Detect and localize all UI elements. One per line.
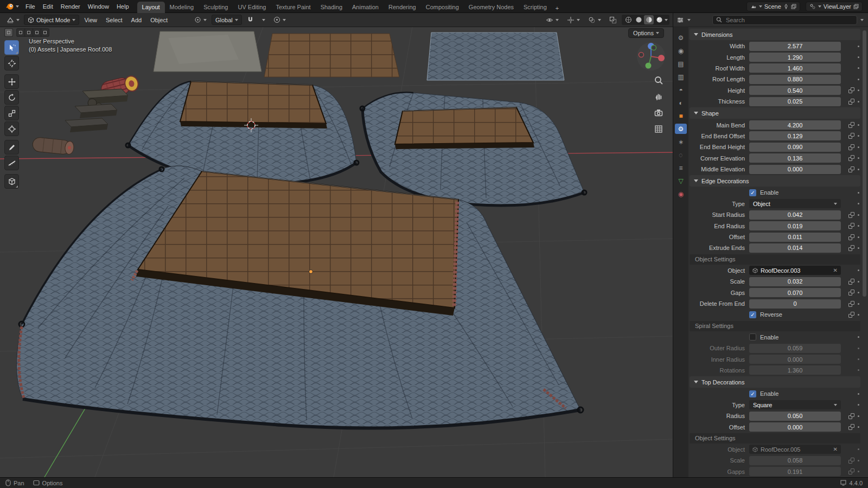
workspace-tab-uv-editing[interactable]: UV Editing <box>233 2 271 13</box>
top-type-dropdown[interactable]: Square <box>749 400 841 409</box>
zoom-button[interactable] <box>653 75 664 86</box>
extras-dot[interactable] <box>858 157 859 159</box>
animate-icon[interactable] <box>848 234 854 240</box>
pan-button[interactable] <box>653 91 664 102</box>
visibility-dropdown[interactable] <box>542 15 562 25</box>
extras-dot[interactable] <box>858 101 859 102</box>
extras-dot[interactable] <box>858 336 859 338</box>
edge-object-field[interactable]: RoofDecor.003✕ <box>749 266 841 275</box>
number-field[interactable]: 1.460 <box>749 63 841 73</box>
workspace-tab-sculpting[interactable]: Sculpting <box>199 2 233 13</box>
number-field[interactable]: 0.090 <box>749 143 841 152</box>
animate-icon[interactable] <box>848 122 854 128</box>
extras-dot[interactable] <box>858 404 859 406</box>
properties-tab-constraints[interactable]: ≡ <box>675 163 687 173</box>
number-field[interactable]: 0.011 <box>749 233 841 242</box>
extras-dot[interactable] <box>858 236 859 238</box>
number-field[interactable]: 0.025 <box>749 97 841 106</box>
add-workspace-button[interactable]: + <box>552 3 563 13</box>
workspace-tab-scripting[interactable]: Scripting <box>519 2 552 13</box>
top-enable-checkbox[interactable]: ✓ <box>749 390 756 397</box>
number-field[interactable]: 2.577 <box>749 42 841 51</box>
navigation-gizmo[interactable] <box>636 41 666 73</box>
edge-type-dropdown[interactable]: Object <box>749 199 841 208</box>
snap-settings-button[interactable] <box>259 18 269 22</box>
plane-wood[interactable] <box>264 34 399 77</box>
extras-dot[interactable] <box>858 214 859 216</box>
viewport-menu-select[interactable]: Select <box>102 16 126 24</box>
properties-tab-modifiers[interactable]: ⚙ <box>675 124 687 134</box>
pivot-point-button[interactable] <box>191 15 210 24</box>
properties-tab-material[interactable]: ◉ <box>675 189 687 199</box>
cursor-tool[interactable] <box>4 56 19 70</box>
animate-icon[interactable] <box>848 144 854 150</box>
animate-icon[interactable] <box>848 87 854 93</box>
animate-icon[interactable] <box>848 223 854 229</box>
properties-tab-object[interactable]: ■ <box>675 111 687 121</box>
extras-dot[interactable] <box>858 460 859 461</box>
number-field[interactable]: 0.032 <box>749 277 841 286</box>
tool-options-dropdown[interactable]: Options <box>628 28 664 38</box>
number-field[interactable]: 0.000 <box>749 422 841 432</box>
extras-dot[interactable] <box>858 426 859 428</box>
number-field[interactable]: 4.200 <box>749 120 841 130</box>
extras-dot[interactable] <box>858 67 859 69</box>
gizmos-toggle[interactable] <box>564 15 583 25</box>
section-top-decorations[interactable]: Top Decorations <box>690 376 860 388</box>
extras-dot[interactable] <box>858 303 859 305</box>
shading-rendered-button[interactable] <box>654 15 664 24</box>
menu-render[interactable]: Render <box>57 2 84 11</box>
menu-edit[interactable]: Edit <box>39 2 57 11</box>
workspace-tab-texture-paint[interactable]: Texture Paint <box>271 2 315 13</box>
section-edge-decorations[interactable]: Edge Decorations <box>690 175 860 187</box>
move-tool[interactable] <box>4 74 19 89</box>
properties-tab-physics[interactable]: ◌ <box>675 150 687 160</box>
workspace-tab-modeling[interactable]: Modeling <box>165 2 199 13</box>
roof-model-left[interactable] <box>126 81 359 184</box>
pin-icon[interactable] <box>783 4 789 9</box>
extras-dot[interactable] <box>858 247 859 249</box>
properties-tab-tool[interactable]: ⚙ <box>675 33 687 43</box>
extras-dot[interactable] <box>858 135 859 137</box>
section-dimensions[interactable]: Dimensions <box>690 29 860 40</box>
number-field[interactable]: 0.136 <box>749 153 841 163</box>
editor-type-button[interactable] <box>3 15 23 25</box>
menu-help[interactable]: Help <box>113 2 133 11</box>
workspace-tab-compositing[interactable]: Compositing <box>421 2 464 13</box>
number-field[interactable]: 0 <box>749 299 841 309</box>
extras-dot[interactable] <box>858 448 859 450</box>
properties-scrollbar[interactable] <box>863 30 866 474</box>
filter-dropdown-icon[interactable] <box>860 19 864 21</box>
workspace-tab-animation[interactable]: Animation <box>347 2 384 13</box>
new-viewlayer-icon[interactable] <box>853 4 859 9</box>
number-field[interactable]: 0.058 <box>749 456 841 465</box>
properties-tab-output[interactable]: ▤ <box>675 59 687 69</box>
extras-dot[interactable] <box>858 369 859 371</box>
properties-tab-world[interactable]: ◐ <box>675 98 687 108</box>
edge-enable-checkbox[interactable]: ✓ <box>749 189 756 196</box>
select-box-tool[interactable] <box>4 40 19 55</box>
animate-icon[interactable] <box>848 301 854 307</box>
shading-wireframe-button[interactable] <box>623 15 633 24</box>
extras-dot[interactable] <box>858 192 859 194</box>
animate-icon[interactable] <box>848 312 854 318</box>
mode-dropdown[interactable]: Object Mode <box>24 15 79 25</box>
extras-dot[interactable] <box>858 314 859 316</box>
plane-concrete[interactable] <box>154 31 261 72</box>
animate-icon[interactable] <box>848 99 854 105</box>
scale-tool[interactable] <box>4 106 19 120</box>
extras-dot[interactable] <box>858 56 859 58</box>
reverse-checkbox[interactable]: ✓ <box>749 311 756 318</box>
clear-object-button[interactable]: ✕ <box>833 267 838 273</box>
workspace-tab-shading[interactable]: Shading <box>316 2 347 13</box>
camera-view-button[interactable] <box>653 107 664 118</box>
extras-dot[interactable] <box>858 146 859 148</box>
blender-menu-button[interactable] <box>3 2 22 10</box>
number-field[interactable]: 0.191 <box>749 467 841 476</box>
number-field[interactable]: 0.880 <box>749 75 841 84</box>
new-scene-icon[interactable] <box>791 4 796 9</box>
properties-tab-render[interactable]: ◉ <box>675 46 687 56</box>
animate-icon[interactable] <box>848 245 854 251</box>
number-field[interactable]: 0.059 <box>749 344 841 353</box>
extras-dot[interactable] <box>858 203 859 204</box>
